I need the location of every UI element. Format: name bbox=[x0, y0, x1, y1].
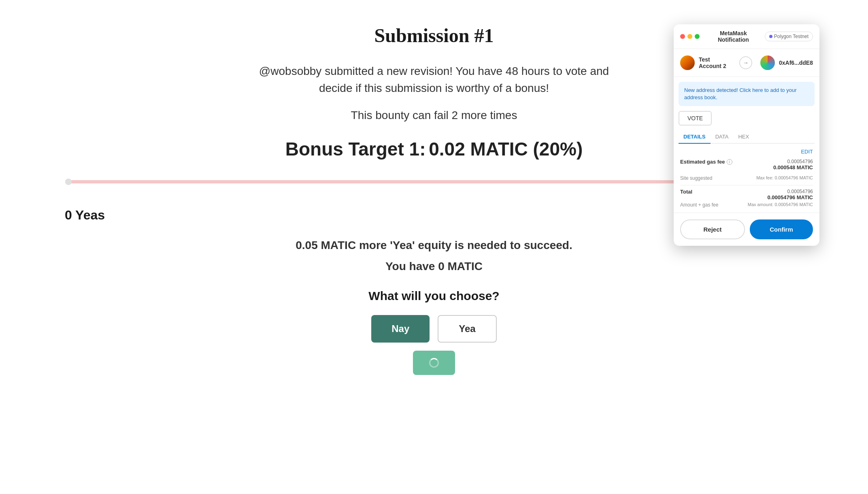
metamask-titlebar: MetaMask Notification Polygon Testnet bbox=[674, 24, 819, 49]
vote-button[interactable]: VOTE bbox=[679, 111, 712, 126]
total-small: 0.00054796 bbox=[729, 189, 813, 194]
spinner-icon bbox=[429, 358, 439, 368]
from-avatar bbox=[680, 55, 695, 70]
metamask-title: MetaMask Notification bbox=[705, 30, 762, 43]
metamask-popup: MetaMask Notification Polygon Testnet Te… bbox=[674, 24, 819, 246]
from-account: Test Account 2 bbox=[699, 56, 731, 69]
to-account: 0xAf6...ddE8 bbox=[779, 60, 813, 66]
matic-text: You have 0 MATIC bbox=[385, 260, 483, 273]
maximize-dot[interactable] bbox=[695, 34, 700, 39]
window-controls bbox=[680, 34, 700, 39]
nay-button[interactable]: Nay bbox=[371, 315, 430, 343]
gas-fee-row: Estimated gas fee i 0.00054796 0.000548 … bbox=[680, 159, 813, 170]
progress-thumb bbox=[65, 179, 72, 185]
address-notice[interactable]: New address detected! Click here to add … bbox=[679, 82, 815, 106]
choose-text: What will you choose? bbox=[368, 289, 499, 303]
site-suggested-label: Site suggested bbox=[680, 175, 712, 181]
network-dot bbox=[769, 35, 772, 38]
close-dot[interactable] bbox=[680, 34, 685, 39]
tab-details[interactable]: DETAILS bbox=[679, 130, 711, 144]
page-title: Submission #1 bbox=[374, 24, 494, 47]
yea-button[interactable]: Yea bbox=[438, 315, 496, 343]
max-amount-label: Max amount: 0.00054796 MATIC bbox=[748, 202, 813, 208]
edit-link[interactable]: EDIT bbox=[680, 149, 813, 155]
network-label: Polygon Testnet bbox=[774, 34, 808, 39]
confirm-button[interactable]: Confirm bbox=[750, 219, 813, 239]
divider bbox=[680, 185, 813, 185]
total-row: Total 0.00054796 0.00054796 MATIC bbox=[680, 189, 813, 200]
fail-text: This bounty can fail 2 more times bbox=[351, 109, 517, 122]
subtitle-text: @wobsobby submitted a new revision! You … bbox=[252, 63, 616, 97]
amount-gas-label: Amount + gas fee bbox=[680, 202, 718, 208]
total-values: 0.00054796 0.00054796 MATIC bbox=[729, 189, 813, 200]
metamask-actions: Reject Confirm bbox=[674, 213, 819, 246]
metamask-tabs: DETAILS DATA HEX bbox=[679, 130, 815, 144]
minimize-dot[interactable] bbox=[687, 34, 692, 39]
network-badge: Polygon Testnet bbox=[765, 32, 813, 41]
site-suggested-row: Site suggested Max fee: 0.00054796 MATIC bbox=[680, 175, 813, 181]
gas-fee-values: 0.00054796 0.000548 MATIC bbox=[732, 159, 813, 170]
total-label: Total bbox=[680, 189, 729, 195]
vote-buttons: Nay Yea bbox=[371, 315, 496, 343]
loading-button[interactable] bbox=[413, 351, 455, 375]
bonus-target: Bonus Target 1: 0.02 MATIC (20%) bbox=[285, 138, 583, 160]
transfer-arrow-icon: → bbox=[739, 56, 752, 69]
amount-gas-row: Amount + gas fee Max amount: 0.00054796 … bbox=[680, 202, 813, 208]
gas-fee-small: 0.00054796 bbox=[732, 159, 813, 164]
info-icon: i bbox=[727, 159, 732, 165]
to-avatar bbox=[760, 55, 775, 70]
max-fee-label: Max fee: 0.00054796 MATIC bbox=[756, 175, 813, 181]
accounts-row: Test Account 2 → 0xAf6...ddE8 bbox=[674, 49, 819, 77]
equity-text: 0.05 MATIC more 'Yea' equity is needed t… bbox=[296, 239, 572, 252]
yeas-label: 0 Yeas bbox=[65, 208, 105, 223]
gas-fee-label: Estimated gas fee i bbox=[680, 159, 732, 165]
tab-hex[interactable]: HEX bbox=[733, 130, 754, 144]
reject-button[interactable]: Reject bbox=[680, 219, 745, 239]
tab-data[interactable]: DATA bbox=[711, 130, 734, 144]
metamask-details: EDIT Estimated gas fee i 0.00054796 0.00… bbox=[674, 144, 819, 213]
gas-fee-bold: 0.000548 MATIC bbox=[732, 164, 813, 170]
total-bold: 0.00054796 MATIC bbox=[729, 194, 813, 200]
